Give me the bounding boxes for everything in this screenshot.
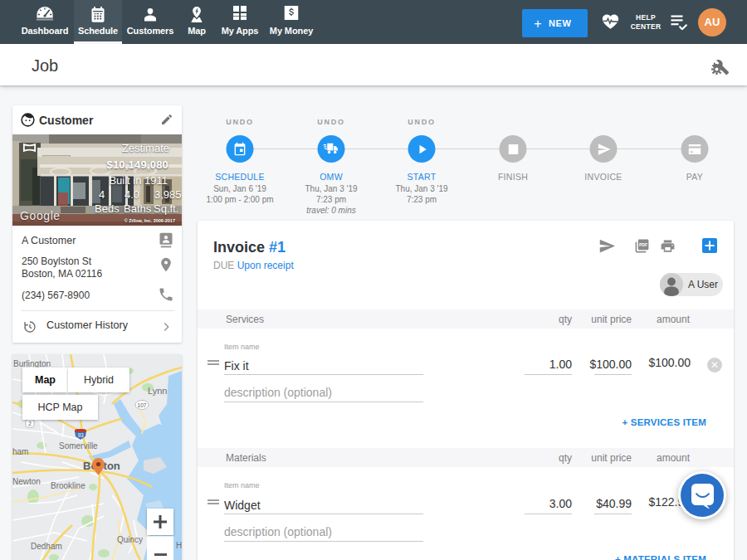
svg-text:PDF: PDF [639,242,647,247]
svg-text:Newton: Newton [12,477,41,486]
svg-text:Lynn: Lynn [148,386,167,396]
svg-text:2: 2 [28,421,32,426]
svg-text:Dedham: Dedham [31,542,62,551]
svg-text:93: 93 [77,432,84,438]
svg-text:Brookline: Brookline [51,481,85,490]
svg-text:107: 107 [138,402,147,408]
svg-text:ham: ham [12,447,28,456]
svg-text:Somerville: Somerville [59,441,98,450]
svg-text:Quincy: Quincy [117,535,143,544]
svg-text:Hi: Hi [176,541,182,550]
